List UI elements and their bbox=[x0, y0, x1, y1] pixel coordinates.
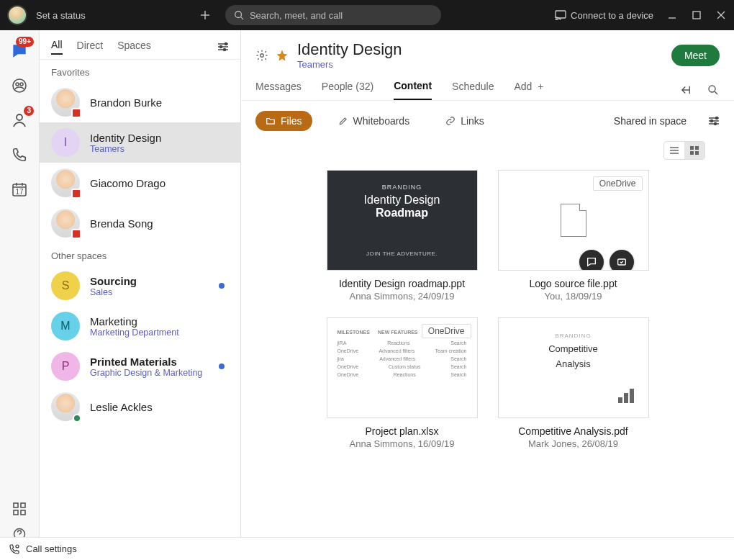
star-icon[interactable] bbox=[276, 49, 289, 62]
pencil-icon bbox=[338, 116, 348, 126]
grid-view-button[interactable] bbox=[684, 142, 704, 159]
svg-rect-21 bbox=[690, 146, 694, 150]
list-item[interactable]: I Identity Design Teamers bbox=[40, 122, 240, 163]
list-item[interactable]: Leslie Ackles bbox=[40, 387, 240, 427]
links-chip[interactable]: Links bbox=[435, 111, 494, 131]
space-title: Identity Design bbox=[297, 40, 402, 59]
svg-rect-8 bbox=[14, 503, 18, 507]
svg-point-17 bbox=[709, 86, 715, 92]
file-card[interactable]: OneDrive MILESTONES NEW FEATURES IMPROVE… bbox=[327, 317, 478, 449]
svg-rect-2 bbox=[693, 12, 700, 19]
svg-point-14 bbox=[220, 46, 222, 48]
file-thumbnail: OneDrive MILESTONES NEW FEATURES IMPROVE… bbox=[327, 317, 478, 418]
maximize-button[interactable] bbox=[691, 9, 702, 21]
svg-rect-23 bbox=[690, 151, 694, 155]
svg-point-0 bbox=[235, 12, 242, 18]
messages-tab[interactable]: Messages bbox=[255, 81, 302, 99]
tab-all[interactable]: All bbox=[51, 39, 63, 55]
phone-settings-icon bbox=[9, 543, 20, 555]
filter-button[interactable] bbox=[217, 42, 229, 52]
grid-icon bbox=[12, 502, 27, 516]
shared-in-space[interactable]: Shared in space bbox=[614, 115, 687, 127]
minimize-button[interactable] bbox=[666, 9, 678, 21]
file-thumbnail: OneDrive Update file share bbox=[498, 170, 649, 271]
svg-point-15 bbox=[224, 49, 226, 51]
main-pane: Identity Design Teamers Meet Messages Pe… bbox=[241, 30, 734, 560]
close-button[interactable] bbox=[715, 9, 727, 21]
settings-icon[interactable] bbox=[255, 49, 268, 62]
people-circle-icon bbox=[11, 77, 28, 94]
apps-nav[interactable] bbox=[9, 498, 30, 520]
search-content-icon[interactable] bbox=[707, 83, 720, 96]
titlebar: Set a status Search, meet, and call Conn… bbox=[0, 0, 734, 30]
messaging-nav[interactable]: 99+ bbox=[9, 40, 30, 62]
svg-point-6 bbox=[17, 114, 22, 120]
link-icon bbox=[445, 116, 456, 126]
message-action[interactable] bbox=[579, 250, 604, 271]
cast-icon bbox=[555, 10, 566, 20]
cursor-icon bbox=[621, 270, 631, 271]
share-update-icon bbox=[616, 256, 627, 268]
source-badge: OneDrive bbox=[593, 176, 643, 191]
activity-icon[interactable] bbox=[679, 83, 692, 96]
svg-rect-1 bbox=[556, 11, 566, 18]
view-toggle bbox=[663, 141, 705, 160]
tab-direct[interactable]: Direct bbox=[77, 40, 104, 54]
nav-rail: 99+ 3 17 Help bbox=[0, 30, 40, 560]
search-icon bbox=[234, 10, 244, 20]
schedule-tab[interactable]: Schedule bbox=[452, 81, 494, 99]
list-item[interactable]: Brandon Burke bbox=[40, 82, 240, 122]
add-tab[interactable]: Add + bbox=[514, 81, 543, 99]
contacts-nav[interactable]: 3 bbox=[9, 109, 30, 131]
list-item[interactable]: S Sourcing Sales bbox=[40, 266, 240, 306]
phone-icon bbox=[12, 147, 27, 163]
svg-point-4 bbox=[16, 83, 19, 86]
search-input[interactable]: Search, meet, and call bbox=[225, 5, 441, 25]
svg-rect-10 bbox=[14, 510, 18, 515]
chat-icon bbox=[586, 256, 597, 268]
people-tab[interactable]: People (32) bbox=[322, 81, 373, 99]
file-thumbnail: BRANDING Competitive Analysis bbox=[498, 317, 649, 418]
space-subtitle[interactable]: Teamers bbox=[297, 59, 402, 70]
list-item[interactable]: M Marketing Marketing Department bbox=[40, 306, 240, 346]
list-view-button[interactable] bbox=[664, 142, 684, 159]
connect-device-button[interactable]: Connect to a device bbox=[555, 10, 653, 21]
content-tab[interactable]: Content bbox=[394, 80, 432, 100]
file-card[interactable]: BRANDING Competitive Analysis Competitiv… bbox=[498, 317, 649, 449]
filter-icon[interactable] bbox=[708, 116, 720, 126]
search-placeholder: Search, meet, and call bbox=[250, 10, 343, 21]
other-spaces-header: Other spaces bbox=[40, 243, 240, 266]
calendar-nav[interactable]: 17 bbox=[9, 179, 30, 200]
file-card[interactable]: OneDrive Update file share bbox=[498, 170, 649, 302]
svg-point-19 bbox=[711, 120, 713, 122]
svg-point-5 bbox=[20, 83, 23, 86]
status-text[interactable]: Set a status bbox=[36, 10, 86, 21]
tab-spaces[interactable]: Spaces bbox=[117, 40, 151, 54]
files-chip[interactable]: Files bbox=[255, 111, 312, 131]
list-item[interactable]: Brenda Song bbox=[40, 203, 240, 243]
meet-button[interactable]: Meet bbox=[671, 45, 720, 66]
list-item[interactable]: Giacomo Drago bbox=[40, 163, 240, 203]
unread-dot bbox=[219, 283, 225, 289]
sliders-icon bbox=[217, 42, 229, 52]
source-badge: OneDrive bbox=[422, 324, 471, 338]
svg-rect-24 bbox=[695, 151, 699, 155]
share-action[interactable]: Update file share bbox=[610, 250, 634, 271]
user-avatar[interactable] bbox=[7, 5, 27, 25]
svg-rect-11 bbox=[21, 510, 25, 515]
svg-point-3 bbox=[13, 79, 26, 92]
svg-point-18 bbox=[716, 117, 718, 119]
calls-nav[interactable] bbox=[9, 144, 30, 166]
svg-rect-9 bbox=[21, 503, 25, 507]
file-card[interactable]: BRANDING Identity Design Roadmap JOIN TH… bbox=[327, 170, 478, 302]
svg-point-26 bbox=[16, 545, 19, 548]
folder-icon bbox=[266, 116, 276, 126]
sidebar: All Direct Spaces Favorites Brandon Burk… bbox=[40, 30, 241, 560]
call-settings-bar[interactable]: Call settings bbox=[0, 537, 734, 560]
list-item[interactable]: P Printed Materials Graphic Design & Mar… bbox=[40, 346, 240, 387]
whiteboards-chip[interactable]: Whiteboards bbox=[328, 111, 420, 131]
new-action-button[interactable] bbox=[199, 9, 217, 21]
teams-nav[interactable] bbox=[9, 75, 30, 96]
svg-point-13 bbox=[225, 43, 227, 45]
svg-rect-22 bbox=[695, 146, 699, 150]
